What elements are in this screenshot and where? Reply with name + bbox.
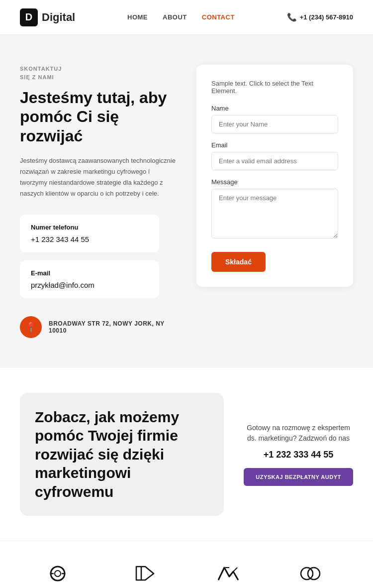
logo-icon-3	[213, 561, 243, 586]
phone-card-label: Numer telefonu	[31, 224, 148, 231]
email-input[interactable]	[211, 152, 338, 170]
phone-card: Numer telefonu +1 232 343 44 55	[20, 215, 159, 252]
logo-icon: D	[20, 8, 38, 26]
nav-links: HOME ABOUT CONTACT	[127, 13, 235, 21]
email-card-value: przykład@info.com	[31, 281, 148, 289]
nav-contact[interactable]: CONTACT	[202, 13, 235, 21]
contact-title: Jesteśmy tutaj, aby pomóc Ci się rozwija…	[20, 88, 177, 145]
logo-icon-1	[47, 561, 77, 586]
cta-sub: Gotowy na rozmowę z ekspertem ds. market…	[244, 423, 353, 444]
contact-left: SKONTAKTUJ SIĘ Z NAMI Jesteśmy tutaj, ab…	[20, 65, 177, 338]
address-row: 📍 BROADWAY STR 72, NOWY JORK, NY 10010	[20, 316, 177, 338]
message-field-group: Message	[211, 178, 338, 240]
submit-button[interactable]: Składać	[211, 252, 266, 272]
contact-description: Jesteśmy dostawcą zaawansowanych technol…	[20, 155, 177, 199]
email-field-group: Email	[211, 141, 338, 170]
navbar: D Digital HOME ABOUT CONTACT 📞 +1 (234) …	[0, 0, 373, 35]
svg-line-5	[233, 568, 237, 572]
email-label: Email	[211, 141, 338, 149]
name-field-group: Name	[211, 105, 338, 133]
message-textarea[interactable]	[211, 189, 338, 238]
logo-2: COMPANY TAGLINE HERE	[129, 561, 161, 588]
logo[interactable]: D Digital	[20, 8, 75, 26]
cta-section: Zobacz, jak możemy pomóc Twojej firmie r…	[0, 368, 373, 541]
cta-left: Zobacz, jak możemy pomóc Twojej firmie r…	[20, 393, 224, 516]
email-card-label: E-mail	[31, 269, 148, 277]
cta-button[interactable]: UZYSKAJ BEZPŁATNY AUDYT	[244, 468, 353, 486]
logo-3: COMPANY TAGLINE HERE	[212, 561, 244, 588]
email-card: E-mail przykład@info.com	[20, 260, 159, 298]
address-text: BROADWAY STR 72, NOWY JORK, NY 10010	[49, 320, 177, 334]
nav-about[interactable]: ABOUT	[163, 13, 187, 21]
contact-right: Sample text. Click to select the Text El…	[196, 65, 353, 287]
phone-icon: 📞	[287, 12, 297, 22]
form-sample-text: Sample text. Click to select the Text El…	[211, 80, 338, 95]
phone-card-value: +1 232 343 44 55	[31, 235, 148, 243]
logo-icon-2	[130, 561, 160, 586]
logos-section: COMPANY TAGLINE HERE COMPANY TAGLINE HER…	[0, 541, 373, 588]
svg-point-1	[55, 571, 61, 577]
nav-phone-number: +1 (234) 567-8910	[300, 13, 353, 21]
section-tag: SKONTAKTUJ SIĘ Z NAMI	[20, 65, 177, 81]
nav-home[interactable]: HOME	[127, 13, 148, 21]
logo-1: COMPANY TAGLINE HERE	[46, 561, 77, 588]
location-icon: 📍	[20, 316, 42, 338]
nav-phone[interactable]: 📞 +1 (234) 567-8910	[287, 12, 353, 22]
logo-4: COMPANY TAGLINE HERE	[296, 561, 327, 588]
svg-point-7	[308, 568, 320, 580]
message-label: Message	[211, 178, 338, 186]
svg-point-6	[301, 568, 313, 580]
cta-phone: +1 232 333 44 55	[244, 450, 353, 460]
name-label: Name	[211, 105, 338, 112]
cta-title: Zobacz, jak możemy pomóc Twojej firmie r…	[20, 393, 224, 516]
name-input[interactable]	[211, 115, 338, 133]
contact-section: SKONTAKTUJ SIĘ Z NAMI Jesteśmy tutaj, ab…	[0, 35, 373, 368]
contact-form-card: Sample text. Click to select the Text El…	[196, 65, 353, 287]
logo-icon-4	[296, 561, 326, 586]
logo-name: Digital	[42, 11, 75, 24]
cta-right: Gotowy na rozmowę z ekspertem ds. market…	[244, 423, 353, 486]
